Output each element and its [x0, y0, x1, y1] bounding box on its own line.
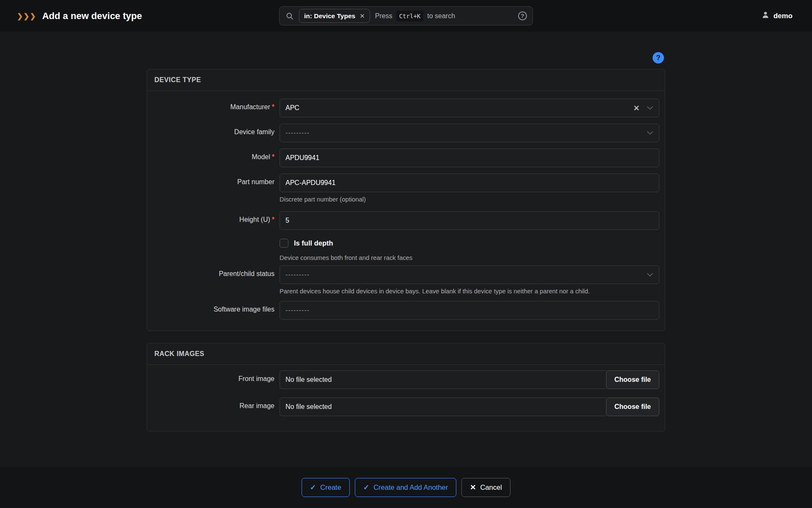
- model-label: Model*: [147, 149, 274, 167]
- parent-child-help: Parent devices house child devices in de…: [280, 288, 659, 295]
- create-and-add-another-button[interactable]: ✓ Create and Add Another: [355, 478, 456, 497]
- close-icon: ✕: [470, 483, 476, 492]
- rear-image-file-status: No file selected: [280, 398, 606, 416]
- rear-image-choose-file-button[interactable]: Choose file: [606, 398, 659, 416]
- front-image-choose-file-button[interactable]: Choose file: [606, 370, 659, 389]
- breadcrumb-arrows-icon: ❯❯❯: [17, 12, 36, 21]
- manufacturer-clear-icon[interactable]: ✕: [633, 104, 640, 112]
- is-full-depth-help: Device consumes both front and rear rack…: [280, 254, 659, 261]
- cancel-button[interactable]: ✕ Cancel: [461, 478, 510, 497]
- required-asterisk: *: [272, 216, 274, 223]
- manufacturer-label: Manufacturer*: [147, 99, 274, 117]
- chevron-down-icon: [647, 131, 653, 135]
- main-content: ? DEVICE TYPE Manufacturer* APC ✕: [0, 32, 812, 459]
- ctrl-k-kbd: Ctrl+K: [396, 11, 424, 22]
- parent-child-row: Parent/child status --------- Parent dev…: [147, 265, 665, 295]
- model-row: Model*: [147, 149, 665, 167]
- is-full-depth-row: Is full depth Device consumes both front…: [147, 239, 665, 261]
- part-number-help: Discrete part number (optional): [280, 196, 659, 203]
- page-title: Add a new device type: [42, 11, 142, 22]
- user-icon: [761, 11, 770, 21]
- search-filter-chip[interactable]: in: Device Types ✕: [299, 9, 370, 23]
- rear-image-label: Rear image: [147, 398, 274, 416]
- form-help-icon[interactable]: ?: [653, 52, 664, 64]
- software-image-files-select[interactable]: ---------: [280, 301, 659, 320]
- is-full-depth-checkbox[interactable]: [280, 239, 288, 248]
- required-asterisk: *: [272, 153, 274, 160]
- create-button[interactable]: ✓ Create: [302, 478, 350, 497]
- device-type-card-title: DEVICE TYPE: [147, 69, 665, 91]
- rack-images-card: RACK IMAGES Front image No file selected…: [147, 343, 665, 431]
- device-family-select[interactable]: ---------: [280, 124, 659, 142]
- parent-child-select[interactable]: ---------: [280, 265, 659, 284]
- manufacturer-row: Manufacturer* APC ✕: [147, 99, 665, 117]
- search-icon: [285, 12, 294, 20]
- chevron-down-icon: [647, 273, 653, 277]
- device-type-card: DEVICE TYPE Manufacturer* APC ✕: [147, 69, 665, 331]
- rear-image-row: Rear image No file selected Choose file: [147, 398, 665, 416]
- front-image-label: Front image: [147, 370, 274, 389]
- search-help-icon[interactable]: ?: [518, 11, 527, 20]
- device-family-row: Device family ---------: [147, 124, 665, 142]
- parent-child-placeholder: ---------: [285, 271, 310, 279]
- part-number-row: Part number Discrete part number (option…: [147, 174, 665, 203]
- create-and-add-another-label: Create and Add Another: [373, 483, 448, 491]
- is-full-depth-label[interactable]: Is full depth: [294, 239, 333, 247]
- front-image-row: Front image No file selected Choose file: [147, 370, 665, 389]
- required-asterisk: *: [272, 103, 274, 110]
- software-image-files-placeholder: ---------: [285, 306, 310, 314]
- is-full-depth-spacer: [147, 239, 274, 261]
- user-menu[interactable]: demo: [761, 11, 793, 21]
- search-hint: Press Ctrl+K to search: [375, 11, 455, 22]
- manufacturer-select[interactable]: APC ✕: [280, 99, 659, 117]
- height-row: Height (U)*: [147, 211, 665, 230]
- parent-child-label: Parent/child status: [147, 265, 274, 295]
- create-button-label: Create: [320, 483, 341, 491]
- rack-images-card-title: RACK IMAGES: [147, 343, 665, 365]
- search-filter-chip-label: in: Device Types: [304, 12, 355, 20]
- part-number-label: Part number: [147, 174, 274, 203]
- username: demo: [774, 12, 793, 20]
- height-label: Height (U)*: [147, 211, 274, 230]
- search-hint-prefix: Press: [375, 12, 392, 20]
- cancel-button-label: Cancel: [480, 483, 502, 491]
- height-input[interactable]: [280, 211, 659, 230]
- check-icon: ✓: [310, 483, 316, 492]
- software-image-files-label: Software image files: [147, 301, 274, 320]
- model-input[interactable]: [280, 149, 659, 167]
- global-search-input[interactable]: in: Device Types ✕ Press Ctrl+K to searc…: [279, 6, 533, 25]
- device-family-label: Device family: [147, 124, 274, 142]
- breadcrumb: ❯❯❯ Add a new device type: [17, 11, 142, 22]
- software-image-files-row: Software image files ---------: [147, 301, 665, 320]
- top-navbar: ❯❯❯ Add a new device type in: Device Typ…: [0, 0, 812, 32]
- chip-clear-icon[interactable]: ✕: [359, 12, 365, 20]
- check-icon: ✓: [363, 483, 369, 492]
- form-actions-bar: ✓ Create ✓ Create and Add Another ✕ Canc…: [0, 467, 812, 508]
- chevron-down-icon: [647, 106, 653, 110]
- manufacturer-value: APC: [285, 104, 299, 112]
- part-number-input[interactable]: [280, 174, 659, 192]
- front-image-file-status: No file selected: [280, 370, 606, 389]
- device-family-placeholder: ---------: [285, 129, 310, 137]
- search-hint-suffix: to search: [427, 12, 455, 20]
